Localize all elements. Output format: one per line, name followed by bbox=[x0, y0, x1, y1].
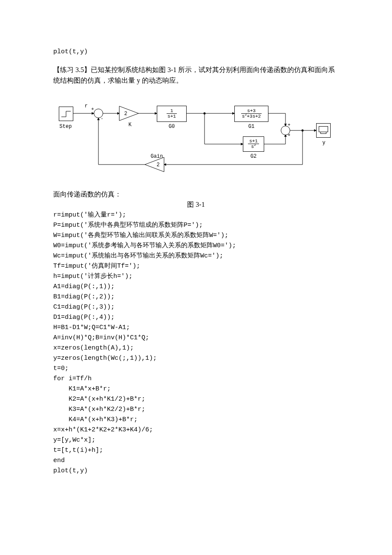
tf-block-G0: 1 s+1 bbox=[157, 106, 187, 122]
code-line: end bbox=[53, 456, 339, 466]
code-line: t=0; bbox=[53, 364, 339, 374]
code-line: W0=imput('系统参考输入与各环节输入关系的系数矩阵W0='); bbox=[53, 241, 339, 251]
code-line: K1=A*x+B*r; bbox=[53, 384, 339, 394]
tf-block-G1: s+3 s2+3s+2 bbox=[234, 106, 268, 122]
code-line: H=B1-D1*W;Q=C1*W-A1; bbox=[53, 323, 339, 333]
code-line: y=[y,Wc*x]; bbox=[53, 435, 339, 445]
tf-block-G2: s+1 s2 bbox=[243, 136, 264, 152]
block-diagram: Step r + - 2 K 1 s+1 G0 s+3 s bbox=[55, 96, 337, 177]
code-line: Wc=imput('系统输出与各环节输出关系的系数矩阵Wc='); bbox=[53, 251, 339, 261]
code-line: y=zeros(length(Wc(;,1)),1); bbox=[53, 353, 339, 364]
code-block: r=imput('输入量r=');P=imput('系统中各典型环节组成的系数矩… bbox=[53, 210, 339, 476]
code-line: K2=A*(x+h*K1/2)+B*r; bbox=[53, 394, 339, 405]
svg-point-6 bbox=[204, 112, 206, 114]
gain-K-label: K bbox=[124, 121, 136, 129]
code-line: t=[t,t(i)+h]; bbox=[53, 445, 339, 456]
scope-block bbox=[316, 123, 331, 138]
code-line: for i=Tf/h bbox=[53, 374, 339, 384]
document-page: plot(t,y) 【练习 3.5】已知某控制系统结构如图 3-1 所示，试对其… bbox=[0, 0, 392, 555]
section-heading: 面向传递函数的仿真： bbox=[53, 189, 339, 200]
svg-marker-2 bbox=[119, 106, 138, 121]
code-line-top: plot(t,y) bbox=[53, 47, 339, 57]
signal-r-label: r bbox=[82, 102, 90, 110]
step-label: Step bbox=[55, 123, 76, 131]
exercise-prompt: 【练习 3.5】已知某控制系统结构如图 3-1 所示，试对其分别利用面向传递函数… bbox=[53, 65, 339, 86]
code-line: plot(t,y) bbox=[53, 466, 339, 476]
G1-label: G1 bbox=[245, 123, 258, 131]
code-line: Tf=imput('仿真时间Tf='); bbox=[53, 261, 339, 272]
code-line: x=x+h*(K1+2*K2+2*K3+K4)/6; bbox=[53, 425, 339, 435]
code-line: K3=A*(x+h*K2/2)+B*r; bbox=[53, 405, 339, 415]
code-line: W=imput('各典型环节输入输出间联系关系的系数矩阵W='); bbox=[53, 231, 339, 241]
svg-point-14 bbox=[302, 129, 304, 131]
gain-K-value: 2 bbox=[123, 110, 129, 118]
code-line: C1=diag(P(:,3)); bbox=[53, 302, 339, 312]
figure-caption: 图 3-1 bbox=[53, 199, 339, 210]
code-line: h=imput('计算步长h='); bbox=[53, 272, 339, 282]
fb-gain-value: 2 bbox=[155, 161, 161, 169]
output-y-label: y bbox=[320, 139, 328, 147]
code-line: K4=A*(x+h*K3)+B*r; bbox=[53, 415, 339, 425]
G0-label: G0 bbox=[165, 123, 178, 131]
G2-label: G2 bbox=[247, 153, 260, 161]
code-line: P=imput('系统中各典型环节组成的系数矩阵P='); bbox=[53, 220, 339, 231]
code-line: D1=diag(P(:,4)); bbox=[53, 312, 339, 323]
code-line: A1=diag(P(:,1)); bbox=[53, 282, 339, 292]
code-line: B1=diag(P(:,2)); bbox=[53, 292, 339, 302]
code-line: x=zeros(length(A),1); bbox=[53, 343, 339, 353]
code-line: r=imput('输入量r='); bbox=[53, 210, 339, 220]
fb-gain-label: Gain bbox=[148, 153, 165, 161]
code-line: A=inv(H)*Q;B=inv(H)*C1*Q; bbox=[53, 333, 339, 343]
